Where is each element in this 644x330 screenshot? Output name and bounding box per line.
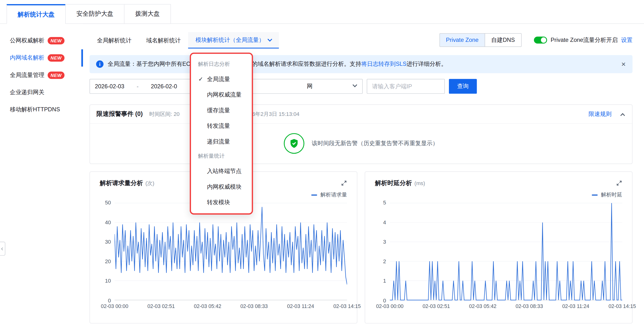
new-badge: NEW: [48, 72, 64, 79]
y-tick-label: 1: [383, 278, 386, 284]
x-tick-label: 02-03 05:42: [469, 303, 496, 309]
x-tick-label: 02-03 08:33: [240, 303, 268, 309]
x-tick-label: 02-03 00:00: [376, 303, 404, 309]
info-banner: i 全局流量：基于您内网中所有EC 的域名解析请求和应答数据进行分析。支持 将日…: [90, 55, 632, 73]
top-tab-bar: 解析统计大盘 安全防护大盘 拨测大盘: [0, 0, 644, 24]
expand-icon[interactable]: [341, 180, 347, 186]
sidebar-item-public-authoritative[interactable]: 公网权威解析 NEW: [0, 32, 83, 49]
menu-item-forward-traffic[interactable]: 转发流量: [191, 118, 252, 134]
sidebar-collapse-handle[interactable]: [0, 242, 5, 256]
x-axis-labels: 02-03 00:0002-03 02:5102-03 05:4202-03 0…: [390, 303, 622, 311]
banner-text-prefix: 全局流量：基于您内网中所有EC: [108, 61, 190, 68]
menu-item-label: 全局流量: [207, 76, 230, 82]
latency-chart-card: 解析时延分析 (ms) 解析时延 012345: [365, 171, 633, 323]
chart-unit: (次): [145, 180, 154, 187]
traffic-analysis-toggle[interactable]: [534, 37, 547, 44]
tab-dial-test-dashboard[interactable]: 拨测大盘: [124, 4, 171, 24]
menu-item-private-authoritative-traffic[interactable]: 内网权威流量: [191, 87, 252, 102]
sidebar-item-private-dns[interactable]: 内网域名解析 NEW: [0, 49, 83, 67]
tab-security-dashboard[interactable]: 安全防护大盘: [65, 4, 124, 24]
charts-row: 解析请求量分析 (次) 解析请求量 01020304050: [90, 171, 632, 323]
alert-card-header: 限速报警事件 (0) 时间区间: 20 2026年2月3日 15:13:04 限…: [90, 105, 632, 124]
alert-title: 限速报警事件 (0): [96, 110, 143, 118]
x-tick-label: 02-03 02:51: [148, 303, 175, 309]
no-alerts-text: 该时间段无新告警（历史重复告警不再重复显示）: [312, 140, 438, 147]
y-axis-labels: 01020304050: [100, 203, 114, 300]
new-badge: NEW: [48, 37, 64, 45]
module-stats-dropdown-menu: 解析日志分析 ✓ 全局流量 内网权威流量 缓存流量 转发流量 递归流量 解析量统…: [190, 53, 253, 214]
y-tick-label: 10: [105, 278, 111, 284]
chart-unit: (ms): [414, 180, 425, 186]
x-tick-label: 02-03 02:51: [422, 303, 450, 309]
rate-limit-alert-card: 限速报警事件 (0) 时间区间: 20 2026年2月3日 15:13:04 限…: [90, 105, 632, 164]
menu-item-inbound-endpoint[interactable]: 入站终端节点: [191, 163, 252, 179]
subtab-module-resolution-stats[interactable]: 模块解析统计（全局流量）: [188, 32, 279, 49]
sidebar-item-label: 公网权威解析: [10, 37, 44, 45]
banner-text-mid: 的域名解析请求和应答数据进行分析。支持: [252, 61, 361, 68]
sidebar-item-httpdns[interactable]: 移动解析HTTPDNS: [0, 101, 83, 118]
sls-link[interactable]: 将日志转存到SLS: [361, 61, 406, 68]
menu-item-global-traffic[interactable]: ✓ 全局流量: [191, 71, 252, 87]
y-tick-label: 50: [105, 200, 111, 206]
sidebar-item-label: 内网域名解析: [10, 54, 44, 62]
chart-legend: 解析时延: [375, 191, 622, 199]
banner-text-suffix: 进行详细分析。: [406, 61, 447, 68]
expand-icon[interactable]: [616, 180, 622, 186]
x-tick-label: 02-03 14:15: [333, 303, 361, 309]
sidebar-item-label: 企业递归网关: [10, 89, 44, 96]
start-date: 2026-02-03: [95, 83, 124, 90]
subtab-label: 模块解析统计（全局流量）: [196, 32, 264, 48]
sub-tab-row: 全局解析统计 域名解析统计 模块解析统计（全局流量） Private Zone …: [90, 32, 632, 49]
console-page: 解析统计大盘 安全防护大盘 拨测大盘 公网权威解析 NEW 内网域名解析 NEW…: [0, 0, 644, 330]
chevron-left-icon: [1, 247, 4, 250]
chart-plot-area: 01020304050: [100, 203, 347, 300]
menu-item-private-authoritative-module[interactable]: 内网权威模块: [191, 179, 252, 194]
settings-link[interactable]: 设置: [621, 36, 633, 44]
sidebar-item-global-traffic[interactable]: 全局流量管理 NEW: [0, 67, 83, 84]
new-badge: NEW: [48, 54, 64, 62]
sidebar-item-label: 全局流量管理: [10, 72, 44, 79]
client-ip-input[interactable]: [367, 79, 445, 94]
y-tick-label: 0: [108, 297, 111, 303]
line-chart-svg: [114, 203, 347, 300]
chart-title: 解析时延分析: [375, 179, 412, 187]
end-date: 2026-02-0: [151, 83, 177, 90]
private-zone-button[interactable]: Private Zone: [439, 33, 485, 47]
x-axis-labels: 02-03 00:0002-03 02:5102-03 05:4202-03 0…: [114, 303, 347, 311]
self-built-dns-button[interactable]: 自建DNS: [485, 33, 522, 47]
menu-item-recursive-traffic[interactable]: 递归流量: [191, 134, 252, 149]
rate-limit-rules-link[interactable]: 限速规则: [589, 110, 612, 118]
subtab-domain-resolution-stats[interactable]: 域名解析统计: [139, 32, 188, 49]
alert-header-right: 限速规则: [589, 110, 626, 118]
y-tick-label: 2: [383, 258, 386, 264]
chart-header: 解析时延分析 (ms): [375, 179, 622, 187]
shield-icon: [284, 133, 304, 154]
plot-canvas: [114, 203, 347, 300]
line-chart-svg: [390, 203, 622, 300]
legend-label: 解析请求量: [320, 191, 347, 199]
chart-plot-area: 012345: [375, 203, 622, 300]
y-axis-labels: 012345: [375, 203, 390, 300]
y-tick-label: 4: [383, 219, 386, 225]
menu-item-forward-module[interactable]: 转发模块: [191, 194, 252, 210]
tab-resolution-stats-dashboard[interactable]: 解析统计大盘: [6, 4, 66, 24]
close-icon[interactable]: ✕: [621, 61, 626, 67]
toggle-label: Private Zone流量分析开启: [551, 36, 618, 44]
collapse-panel-button[interactable]: [620, 111, 626, 117]
y-tick-label: 40: [105, 219, 111, 225]
dropdown-group-header: 解析日志分析: [191, 57, 252, 71]
query-button[interactable]: 查询: [449, 79, 477, 94]
x-tick-label: 02-03 08:33: [516, 303, 543, 309]
legend-marker: [592, 194, 598, 195]
x-tick-label: 02-03 11:24: [287, 303, 314, 309]
sidebar: 公网权威解析 NEW 内网域名解析 NEW 全局流量管理 NEW 企业递归网关 …: [0, 24, 83, 330]
menu-item-cache-traffic[interactable]: 缓存流量: [191, 102, 252, 118]
plot-canvas: [390, 203, 622, 300]
y-tick-label: 5: [383, 200, 386, 206]
chevron-down-icon: [352, 83, 357, 87]
x-tick-label: 02-03 05:42: [194, 303, 221, 309]
main-content: 全局解析统计 域名解析统计 模块解析统计（全局流量） Private Zone …: [90, 24, 632, 324]
vpc-select-value: 网: [307, 83, 312, 90]
sidebar-item-recursive-gateway[interactable]: 企业递归网关: [0, 84, 83, 101]
subtab-global-resolution-stats[interactable]: 全局解析统计: [90, 32, 139, 49]
